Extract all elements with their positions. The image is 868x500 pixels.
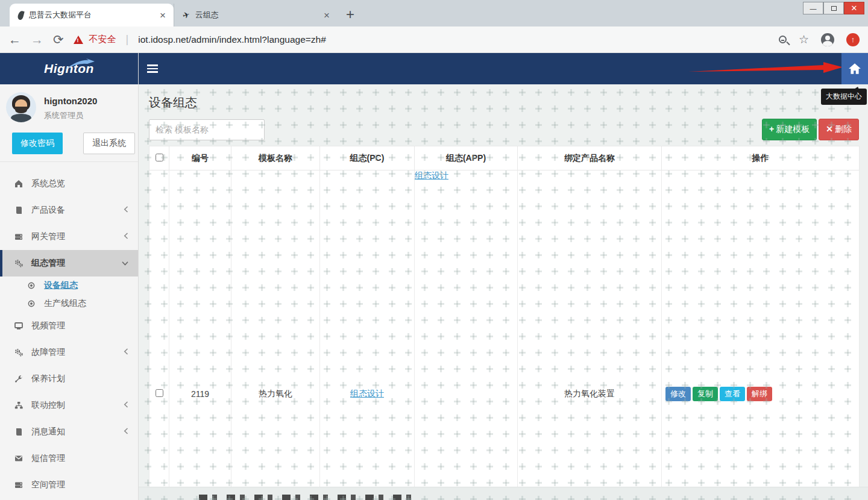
- toolbar: +新建模板 ✕删除: [149, 119, 859, 140]
- user-panel: hignton2020 系统管理员 修改密码 退出系统: [0, 84, 138, 162]
- cogs-icon: [14, 259, 24, 267]
- user-role: 系统管理员: [44, 110, 97, 121]
- user-avatar: [6, 92, 36, 122]
- sidebar-item-3[interactable]: 网关管理: [0, 223, 138, 250]
- refresh-icon[interactable]: ⟳: [53, 33, 64, 46]
- browser-tab-active[interactable]: 思普云大数据平台 ×: [10, 4, 174, 27]
- table-row: 2119 热力氧化 组态设计 组态设计 热力氧化装置 修改复制查看解绑: [149, 170, 860, 500]
- sidebar-item-1[interactable]: 系统总览: [0, 170, 138, 197]
- cogs-icon: [14, 348, 24, 357]
- clipped-footer-text: [199, 495, 416, 500]
- monitor-icon: [14, 322, 24, 330]
- pc-config-link[interactable]: 组态设计: [350, 389, 384, 398]
- username: hignton2020: [44, 96, 97, 106]
- tab-title: 云组态: [195, 10, 316, 20]
- window-controls: — ✕: [803, 2, 864, 14]
- sidebar-item-11[interactable]: 空间管理: [0, 472, 138, 498]
- page-title: 设备组态: [139, 84, 868, 111]
- url-bar: ← → ⟳ ! 不安全 | iot.idosp.net/admin/index.…: [0, 27, 868, 53]
- template-table: 编号 模板名称 组态(PC) 组态(APP) 绑定产品名称 操作 2119 热力…: [149, 146, 860, 500]
- close-button[interactable]: ✕: [844, 2, 864, 14]
- annotation-arrow: [688, 61, 844, 75]
- bookmark-star-icon[interactable]: ☆: [799, 33, 809, 46]
- col-header-product: 绑定产品名称: [518, 146, 662, 170]
- col-header-pc: 组态(PC): [320, 146, 415, 170]
- tab-strip: 思普云大数据平台 × ✈ 云组态 × + — ✕: [0, 0, 868, 27]
- col-header-id: 编号: [169, 146, 231, 170]
- sidebar-item-4[interactable]: 组态管理: [0, 250, 138, 277]
- hdd-icon: [14, 233, 24, 241]
- minimize-button[interactable]: —: [803, 2, 823, 14]
- browser-profile-icon[interactable]: [821, 33, 834, 46]
- chevron-left-icon: [124, 233, 128, 241]
- new-template-button[interactable]: +新建模板: [762, 119, 817, 140]
- zoom-out-icon[interactable]: [779, 36, 787, 43]
- plane-favicon-icon: ✈: [181, 10, 191, 21]
- content: 设备组态 +新建模板 ✕删除 编号 模板名称: [139, 84, 868, 500]
- x-icon: ✕: [826, 124, 833, 134]
- view-button[interactable]: 查看: [720, 387, 745, 401]
- search-input[interactable]: [149, 119, 265, 140]
- new-tab-button[interactable]: +: [346, 6, 354, 23]
- top-navbar: [139, 53, 868, 84]
- sidebar: Hignton hignton2020 系统管理员 修改密码 退出系统 系统总览: [0, 53, 139, 500]
- url-separator: |: [126, 33, 129, 46]
- hamburger-menu-icon[interactable]: [147, 63, 158, 75]
- logo-swoosh-icon: [63, 58, 97, 71]
- sitemap-icon: [14, 401, 24, 410]
- chevron-down-icon: [122, 259, 128, 267]
- cell-id: 2119: [169, 170, 231, 500]
- sidebar-item-8[interactable]: 联动控制: [0, 392, 138, 419]
- select-all-checkbox[interactable]: [156, 154, 163, 161]
- change-password-button[interactable]: 修改密码: [12, 133, 63, 154]
- row-checkbox[interactable]: [156, 389, 163, 397]
- cell-product-name: 热力氧化装置: [518, 170, 662, 500]
- back-icon[interactable]: ←: [8, 33, 21, 46]
- sidebar-item-6[interactable]: 故障管理: [0, 339, 138, 366]
- home-button[interactable]: [841, 53, 868, 84]
- unbind-button[interactable]: 解绑: [747, 387, 772, 401]
- col-header-name: 模板名称: [231, 146, 320, 170]
- logout-button[interactable]: 退出系统: [83, 133, 135, 154]
- browser-tab-inactive[interactable]: ✈ 云组态 ×: [174, 4, 338, 27]
- restore-button[interactable]: [823, 2, 844, 14]
- tab-close-icon[interactable]: ×: [322, 10, 332, 20]
- modify-button[interactable]: 修改: [665, 387, 691, 401]
- browser-chrome: 思普云大数据平台 × ✈ 云组态 × + — ✕ ← → ⟳ ! 不安全 | i…: [0, 0, 868, 53]
- sidebar-item-5[interactable]: 视频管理: [0, 313, 138, 339]
- cell-template-name: 热力氧化: [231, 170, 320, 500]
- sidebar-item-2[interactable]: 产品设备: [0, 197, 138, 223]
- wrench-icon: [14, 375, 24, 383]
- sidebar-item-7[interactable]: 保养计划: [0, 366, 138, 392]
- copy-button[interactable]: 复制: [693, 387, 718, 401]
- not-secure-warning-icon[interactable]: !: [74, 36, 83, 44]
- dot-circle-icon: [27, 282, 36, 289]
- sidebar-item-10[interactable]: 短信管理: [0, 445, 138, 472]
- hdd-icon: [14, 481, 24, 489]
- bottom-strip: [139, 487, 868, 500]
- forward-icon[interactable]: →: [31, 33, 43, 46]
- main-area: 大数据中心 设备组态 +新建模板 ✕删除 编号: [139, 53, 868, 500]
- delete-button[interactable]: ✕删除: [819, 119, 859, 140]
- sidebar-subitem-1[interactable]: 设备组态: [0, 277, 138, 295]
- cell-actions: 修改复制查看解绑: [662, 170, 860, 500]
- not-secure-label[interactable]: 不安全: [89, 34, 116, 45]
- tab-close-icon[interactable]: ×: [158, 10, 168, 20]
- address-url[interactable]: iot.idosp.net/admin/index.html?language=…: [138, 34, 769, 45]
- app-config-link[interactable]: 组态设计: [415, 170, 517, 500]
- table-header-row: 编号 模板名称 组态(PC) 组态(APP) 绑定产品名称 操作: [149, 146, 860, 170]
- home-icon: [848, 63, 861, 75]
- feather-favicon-icon: [17, 10, 24, 20]
- book-icon: [14, 206, 24, 214]
- sidebar-subitem-2[interactable]: 生产线组态: [0, 295, 138, 313]
- browser-update-icon[interactable]: ↑: [846, 33, 860, 46]
- envelope-icon: [14, 454, 24, 463]
- book-icon: [14, 428, 24, 436]
- col-header-app: 组态(APP): [415, 146, 518, 170]
- chevron-left-icon: [124, 206, 128, 214]
- sidebar-logo: Hignton: [0, 53, 138, 84]
- sidebar-item-9[interactable]: 消息通知: [0, 419, 138, 445]
- home-icon: [14, 180, 24, 188]
- plus-icon: +: [769, 124, 774, 134]
- chevron-left-icon: [124, 428, 128, 436]
